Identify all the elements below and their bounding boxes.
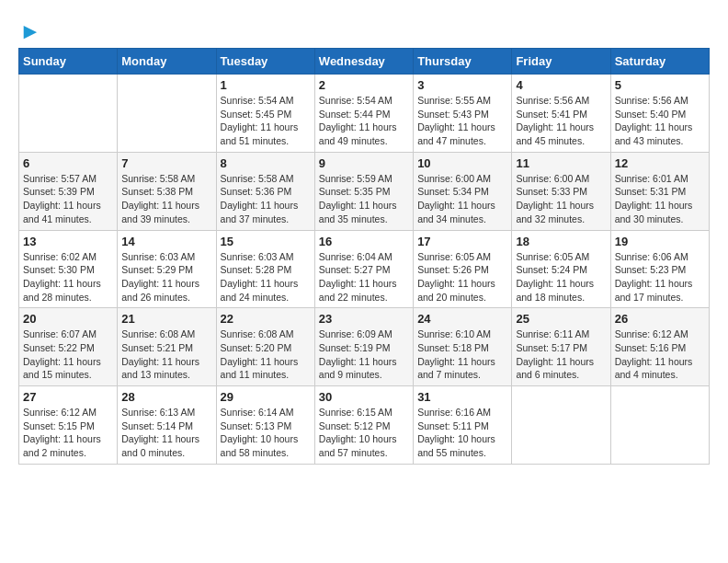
calendar-cell: 20 Sunrise: 6:07 AM Sunset: 5:22 PM Dayl… (19, 308, 118, 386)
day-number: 6 (23, 156, 113, 170)
calendar-cell: 15 Sunrise: 6:03 AM Sunset: 5:28 PM Dayl… (216, 230, 314, 308)
day-number: 27 (23, 390, 113, 404)
day-number: 23 (319, 312, 409, 326)
day-info: Sunrise: 6:11 AM Sunset: 5:17 PM Dayligh… (516, 327, 606, 382)
day-info: Sunrise: 6:16 AM Sunset: 5:11 PM Dayligh… (417, 406, 507, 460)
calendar-cell (610, 386, 709, 465)
weekday-header: Saturday (610, 49, 709, 75)
calendar-cell: 2 Sunrise: 5:54 AM Sunset: 5:44 PM Dayli… (314, 75, 413, 153)
day-number: 7 (121, 156, 211, 170)
weekday-header: Sunday (19, 49, 118, 75)
calendar-cell: 7 Sunrise: 5:58 AM Sunset: 5:38 PM Dayli… (118, 152, 216, 230)
calendar-cell: 17 Sunrise: 6:05 AM Sunset: 5:26 PM Dayl… (414, 230, 512, 308)
day-number: 25 (516, 312, 606, 326)
day-info: Sunrise: 6:15 AM Sunset: 5:12 PM Dayligh… (319, 406, 409, 460)
calendar-cell: 6 Sunrise: 5:57 AM Sunset: 5:39 PM Dayli… (19, 152, 118, 230)
calendar-cell: 1 Sunrise: 5:54 AM Sunset: 5:45 PM Dayli… (216, 75, 314, 153)
day-info: Sunrise: 6:08 AM Sunset: 5:21 PM Dayligh… (121, 327, 211, 382)
calendar-cell: 23 Sunrise: 6:09 AM Sunset: 5:19 PM Dayl… (314, 308, 413, 386)
day-info: Sunrise: 6:05 AM Sunset: 5:26 PM Dayligh… (417, 250, 507, 304)
day-number: 28 (121, 390, 211, 404)
weekday-header: Thursday (414, 49, 512, 75)
day-info: Sunrise: 6:00 AM Sunset: 5:34 PM Dayligh… (417, 172, 507, 226)
calendar-cell (118, 75, 216, 153)
day-number: 12 (615, 156, 705, 170)
day-info: Sunrise: 6:03 AM Sunset: 5:29 PM Dayligh… (121, 250, 211, 304)
day-number: 10 (417, 156, 507, 170)
weekday-header: Friday (512, 49, 610, 75)
calendar-cell: 25 Sunrise: 6:11 AM Sunset: 5:17 PM Dayl… (512, 308, 610, 386)
day-info: Sunrise: 6:08 AM Sunset: 5:20 PM Dayligh… (221, 327, 311, 382)
day-number: 14 (121, 235, 211, 248)
day-number: 16 (319, 235, 409, 248)
calendar-cell: 29 Sunrise: 6:14 AM Sunset: 5:13 PM Dayl… (216, 386, 314, 465)
day-number: 21 (121, 312, 211, 326)
day-info: Sunrise: 6:12 AM Sunset: 5:15 PM Dayligh… (23, 406, 113, 460)
calendar-week-row: 1 Sunrise: 5:54 AM Sunset: 5:45 PM Dayli… (19, 75, 710, 153)
calendar-cell: 27 Sunrise: 6:12 AM Sunset: 5:15 PM Dayl… (19, 386, 118, 465)
day-number: 3 (417, 78, 507, 92)
day-info: Sunrise: 5:58 AM Sunset: 5:38 PM Dayligh… (121, 172, 211, 226)
day-number: 5 (615, 78, 705, 92)
day-info: Sunrise: 6:05 AM Sunset: 5:24 PM Dayligh… (516, 250, 606, 304)
day-number: 18 (516, 235, 606, 248)
day-number: 1 (221, 78, 311, 92)
day-info: Sunrise: 6:14 AM Sunset: 5:13 PM Dayligh… (221, 406, 311, 460)
day-info: Sunrise: 6:00 AM Sunset: 5:33 PM Dayligh… (516, 172, 606, 226)
day-info: Sunrise: 6:13 AM Sunset: 5:14 PM Dayligh… (121, 406, 211, 460)
calendar-cell: 14 Sunrise: 6:03 AM Sunset: 5:29 PM Dayl… (118, 230, 216, 308)
day-info: Sunrise: 6:01 AM Sunset: 5:31 PM Dayligh… (615, 172, 705, 226)
day-info: Sunrise: 6:04 AM Sunset: 5:27 PM Dayligh… (319, 250, 409, 304)
calendar-cell: 30 Sunrise: 6:15 AM Sunset: 5:12 PM Dayl… (314, 386, 413, 465)
calendar-week-row: 13 Sunrise: 6:02 AM Sunset: 5:30 PM Dayl… (19, 230, 710, 308)
weekday-header: Wednesday (314, 49, 413, 75)
calendar-cell: 26 Sunrise: 6:12 AM Sunset: 5:16 PM Dayl… (610, 308, 709, 386)
day-info: Sunrise: 6:10 AM Sunset: 5:18 PM Dayligh… (417, 327, 507, 382)
logo: ► (18, 18, 41, 39)
day-info: Sunrise: 6:12 AM Sunset: 5:16 PM Dayligh… (615, 327, 705, 382)
calendar-cell: 3 Sunrise: 5:55 AM Sunset: 5:43 PM Dayli… (414, 75, 512, 153)
day-info: Sunrise: 5:54 AM Sunset: 5:45 PM Dayligh… (221, 94, 311, 148)
day-info: Sunrise: 6:02 AM Sunset: 5:30 PM Dayligh… (23, 250, 113, 304)
calendar-cell: 24 Sunrise: 6:10 AM Sunset: 5:18 PM Dayl… (414, 308, 512, 386)
day-number: 11 (516, 156, 606, 170)
calendar-cell: 10 Sunrise: 6:00 AM Sunset: 5:34 PM Dayl… (414, 152, 512, 230)
calendar-cell: 8 Sunrise: 5:58 AM Sunset: 5:36 PM Dayli… (216, 152, 314, 230)
day-number: 29 (221, 390, 311, 404)
day-info: Sunrise: 5:56 AM Sunset: 5:40 PM Dayligh… (615, 94, 705, 148)
calendar-cell (19, 75, 118, 153)
day-info: Sunrise: 5:56 AM Sunset: 5:41 PM Dayligh… (516, 94, 606, 148)
day-number: 8 (221, 156, 311, 170)
day-info: Sunrise: 6:07 AM Sunset: 5:22 PM Dayligh… (23, 327, 113, 382)
page-header: ► (18, 18, 710, 39)
calendar-cell: 21 Sunrise: 6:08 AM Sunset: 5:21 PM Dayl… (118, 308, 216, 386)
calendar-cell: 18 Sunrise: 6:05 AM Sunset: 5:24 PM Dayl… (512, 230, 610, 308)
calendar-cell (512, 386, 610, 465)
day-number: 13 (23, 235, 113, 248)
calendar-week-row: 6 Sunrise: 5:57 AM Sunset: 5:39 PM Dayli… (19, 152, 710, 230)
day-number: 26 (615, 312, 705, 326)
calendar-cell: 5 Sunrise: 5:56 AM Sunset: 5:40 PM Dayli… (610, 75, 709, 153)
day-info: Sunrise: 5:57 AM Sunset: 5:39 PM Dayligh… (23, 172, 113, 226)
day-number: 20 (23, 312, 113, 326)
day-info: Sunrise: 6:09 AM Sunset: 5:19 PM Dayligh… (319, 327, 409, 382)
day-info: Sunrise: 6:06 AM Sunset: 5:23 PM Dayligh… (615, 250, 705, 304)
calendar-cell: 4 Sunrise: 5:56 AM Sunset: 5:41 PM Dayli… (512, 75, 610, 153)
calendar-table: SundayMondayTuesdayWednesdayThursdayFrid… (18, 48, 710, 465)
calendar-cell: 28 Sunrise: 6:13 AM Sunset: 5:14 PM Dayl… (118, 386, 216, 465)
day-number: 15 (221, 235, 311, 248)
day-info: Sunrise: 5:55 AM Sunset: 5:43 PM Dayligh… (417, 94, 507, 148)
weekday-header: Monday (118, 49, 216, 75)
calendar-cell: 12 Sunrise: 6:01 AM Sunset: 5:31 PM Dayl… (610, 152, 709, 230)
calendar-cell: 13 Sunrise: 6:02 AM Sunset: 5:30 PM Dayl… (19, 230, 118, 308)
day-number: 31 (417, 390, 507, 404)
calendar-cell: 22 Sunrise: 6:08 AM Sunset: 5:20 PM Dayl… (216, 308, 314, 386)
day-number: 24 (417, 312, 507, 326)
calendar-week-row: 20 Sunrise: 6:07 AM Sunset: 5:22 PM Dayl… (19, 308, 710, 386)
day-number: 9 (319, 156, 409, 170)
calendar-cell: 9 Sunrise: 5:59 AM Sunset: 5:35 PM Dayli… (314, 152, 413, 230)
calendar-cell: 11 Sunrise: 6:00 AM Sunset: 5:33 PM Dayl… (512, 152, 610, 230)
calendar-cell: 31 Sunrise: 6:16 AM Sunset: 5:11 PM Dayl… (414, 386, 512, 465)
day-info: Sunrise: 6:03 AM Sunset: 5:28 PM Dayligh… (221, 250, 311, 304)
day-number: 22 (221, 312, 311, 326)
